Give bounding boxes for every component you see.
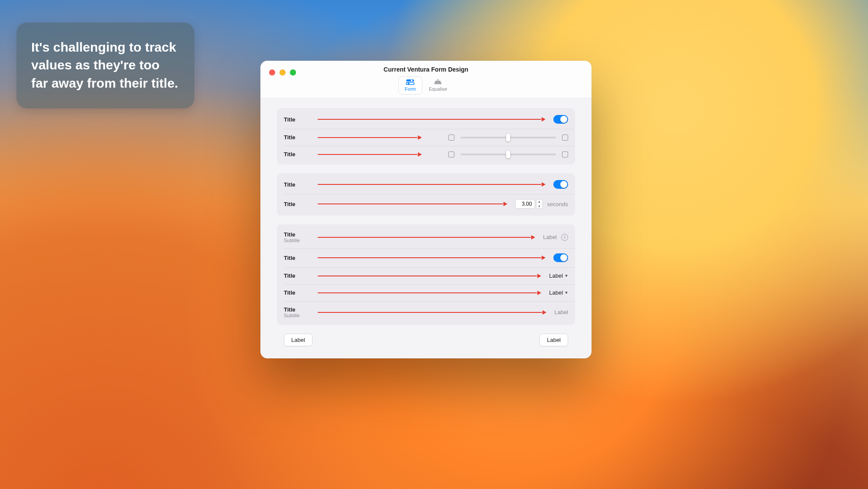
equalise-icon xyxy=(434,79,442,85)
svg-rect-0 xyxy=(406,79,414,82)
form-group-2: Title Title 3.00 ▲ ▼ xyxy=(277,173,575,216)
slider-min-icon xyxy=(448,135,454,141)
footer-button-left[interactable]: Label xyxy=(284,334,312,346)
distance-arrow-icon xyxy=(318,203,507,204)
toggle-switch[interactable] xyxy=(553,115,568,124)
row-title: Title xyxy=(284,272,310,279)
form-row: Title Label ▲▼ xyxy=(277,267,575,284)
distance-arrow-icon xyxy=(318,154,422,155)
info-icon[interactable]: i xyxy=(561,234,568,241)
svg-rect-2 xyxy=(406,82,414,85)
close-icon[interactable] xyxy=(269,69,275,75)
slider-max-icon xyxy=(562,135,568,141)
slider-thumb[interactable] xyxy=(506,151,510,158)
tab-form-label: Form xyxy=(405,86,416,92)
row-title: Title xyxy=(284,134,310,141)
chevron-down-icon[interactable]: ▼ xyxy=(536,204,542,209)
popup-button[interactable]: Label ▲▼ xyxy=(549,289,568,296)
row-title: Title xyxy=(284,289,310,296)
distance-arrow-icon xyxy=(318,312,546,313)
distance-arrow-icon xyxy=(318,237,535,238)
form-row: Title xyxy=(277,129,575,146)
row-title: Title xyxy=(284,181,310,188)
stepper-unit: seconds xyxy=(547,201,568,207)
form-row: Title Label ▲▼ xyxy=(277,284,575,301)
annotation-text: It's challenging to track values as they… xyxy=(31,40,178,90)
titlebar: Current Ventura Form Design Form Equalis… xyxy=(260,61,592,98)
stepper-value[interactable]: 3.00 xyxy=(515,199,535,209)
app-window: Current Ventura Form Design Form Equalis… xyxy=(260,61,592,358)
tab-equalise[interactable]: Equalise xyxy=(422,76,454,95)
slider-min-icon xyxy=(448,151,454,158)
zoom-icon[interactable] xyxy=(290,69,296,75)
row-title: Title xyxy=(284,306,310,313)
window-title: Current Ventura Form Design xyxy=(267,66,585,73)
form-group-3: Title Subtitle Label i Title xyxy=(277,224,575,325)
number-stepper[interactable]: 3.00 ▲ ▼ xyxy=(515,199,543,209)
form-row: Title xyxy=(277,110,575,129)
footer-button-right[interactable]: Label xyxy=(539,334,568,346)
popup-button[interactable]: Label ▲▼ xyxy=(549,272,568,279)
form-row: Title xyxy=(277,175,575,194)
chevron-up-icon[interactable]: ▲ xyxy=(536,200,542,204)
form-row: Title 3.00 ▲ ▼ seconds xyxy=(277,194,575,214)
form-row: Title xyxy=(277,146,575,163)
distance-arrow-icon xyxy=(318,257,546,258)
distance-arrow-icon xyxy=(318,276,541,276)
value-label: Label xyxy=(554,309,568,315)
stepper-arrows[interactable]: ▲ ▼ xyxy=(536,199,543,209)
toolbar-tabs: Form Equalise xyxy=(267,76,585,95)
form-group-1: Title Title Title xyxy=(277,108,575,164)
slider-thumb[interactable] xyxy=(506,134,510,141)
distance-arrow-icon xyxy=(318,292,541,293)
row-title: Title xyxy=(284,255,310,261)
form-icon xyxy=(406,79,414,85)
row-title: Title xyxy=(284,231,310,238)
toggle-switch[interactable] xyxy=(553,180,568,189)
row-title: Title xyxy=(284,116,310,123)
popup-value: Label xyxy=(549,272,563,279)
row-title: Title xyxy=(284,201,310,207)
up-down-chevron-icon: ▲▼ xyxy=(565,292,568,293)
form-row: Title xyxy=(277,248,575,267)
svg-point-3 xyxy=(408,83,410,85)
slider[interactable] xyxy=(460,154,556,155)
window-controls xyxy=(269,69,296,75)
tab-segment: Form Equalise xyxy=(398,76,454,95)
popup-value: Label xyxy=(549,289,563,296)
form-row: Title Subtitle Label i xyxy=(277,226,575,248)
footer-buttons: Label Label xyxy=(277,334,575,346)
distance-arrow-icon xyxy=(318,137,422,138)
form-row: Title Subtitle Label xyxy=(277,301,575,323)
window-content: Title Title Title xyxy=(260,98,592,346)
row-subtitle: Subtitle xyxy=(284,238,310,243)
tab-equalise-label: Equalise xyxy=(429,86,447,92)
slider[interactable] xyxy=(460,137,556,138)
up-down-chevron-icon: ▲▼ xyxy=(565,276,568,276)
minimize-icon[interactable] xyxy=(279,69,286,75)
annotation-callout: It's challenging to track values as they… xyxy=(16,23,194,108)
value-label: Label xyxy=(543,234,557,240)
row-title: Title xyxy=(284,151,310,158)
distance-arrow-icon xyxy=(318,119,546,120)
toggle-switch[interactable] xyxy=(553,253,568,262)
distance-arrow-icon xyxy=(318,184,546,185)
slider-max-icon xyxy=(562,151,568,158)
tab-form[interactable]: Form xyxy=(398,76,423,95)
row-subtitle: Subtitle xyxy=(284,313,310,318)
svg-point-1 xyxy=(411,80,413,82)
